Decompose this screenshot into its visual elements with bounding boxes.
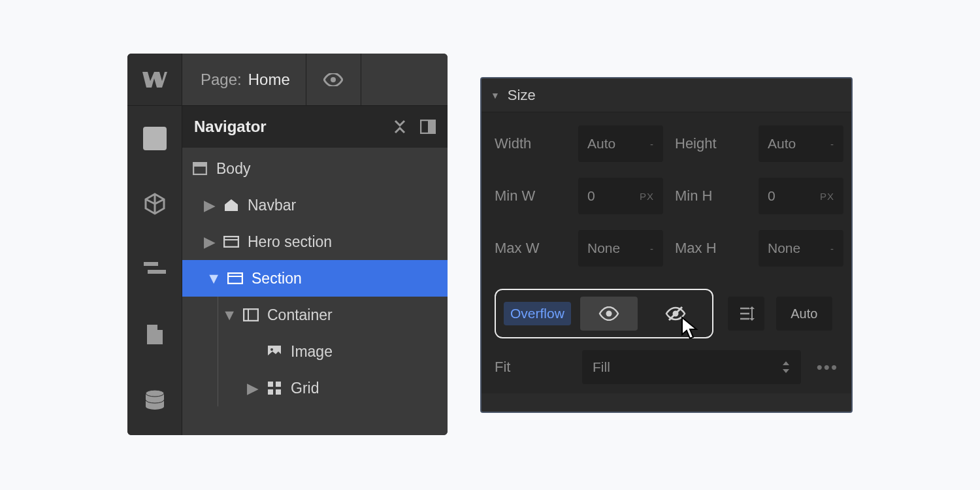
maxh-unit: -	[830, 243, 834, 254]
navigator-title: Navigator	[194, 118, 267, 136]
maxh-input[interactable]: None -	[759, 230, 843, 267]
svg-rect-23	[276, 389, 281, 395]
minh-unit: PX	[820, 191, 834, 202]
caret-right-icon: ▶	[204, 197, 215, 214]
minh-input[interactable]: 0 PX	[759, 178, 843, 214]
height-unit: -	[830, 139, 834, 150]
tree-label: Body	[216, 160, 250, 178]
fit-select[interactable]: Fill	[582, 350, 801, 384]
size-panel: ▼ Size Width Auto - Height Auto - Min W …	[480, 77, 853, 413]
preview-toggle[interactable]	[306, 54, 361, 105]
scroll-vertical-button[interactable]	[728, 297, 764, 331]
navigator-header: Navigator	[182, 106, 448, 148]
overflow-label: Overflow	[504, 302, 571, 325]
rail-add-button[interactable]	[127, 106, 182, 171]
more-options-button[interactable]: •••	[817, 357, 838, 378]
tree-label: Image	[291, 343, 333, 361]
height-input[interactable]: Auto -	[759, 125, 843, 162]
select-arrows-icon	[781, 361, 791, 374]
width-unit: -	[650, 139, 654, 150]
maxh-label: Max H	[675, 240, 747, 257]
section-icon	[223, 236, 240, 248]
panel-toggle-icon[interactable]	[420, 120, 436, 134]
svg-rect-12	[224, 237, 238, 247]
webflow-logo[interactable]	[127, 54, 182, 106]
rail-file-button[interactable]	[127, 302, 182, 367]
overflow-visible-button[interactable]	[580, 297, 638, 331]
caret-right-icon: ▶	[248, 380, 258, 397]
svg-rect-16	[244, 309, 258, 321]
maxw-input[interactable]: None -	[578, 230, 663, 267]
page-label: Page:	[201, 71, 242, 89]
tree-row-navbar[interactable]: ▶ Navbar	[182, 187, 448, 223]
page-name: Home	[248, 71, 290, 89]
maxw-label: Max W	[495, 240, 566, 257]
caret-down-icon: ▼	[208, 270, 219, 287]
tree-row-section[interactable]: ▼ Section	[182, 260, 448, 297]
minh-value: 0	[768, 188, 776, 204]
minw-label: Min W	[495, 188, 566, 204]
body-icon	[191, 162, 208, 175]
scroll-icon	[738, 304, 755, 323]
fit-row: Fit Fill •••	[495, 350, 838, 384]
file-icon	[146, 323, 164, 346]
svg-point-19	[270, 348, 273, 351]
size-header-label: Size	[508, 87, 536, 104]
tree-row-hero[interactable]: ▶ Hero section	[182, 223, 448, 260]
overflow-row: Overflow	[495, 289, 838, 338]
minw-value: 0	[587, 188, 595, 204]
size-panel-body: Width Auto - Height Auto - Min W 0 PX Mi…	[482, 112, 851, 393]
designer-left-panel: Page: Home Navigator	[127, 54, 448, 435]
size-grid: Width Auto - Height Auto - Min W 0 PX Mi…	[495, 125, 838, 267]
overflow-extra: Auto	[728, 297, 832, 331]
home-icon	[223, 199, 240, 212]
eye-icon	[323, 73, 343, 86]
height-value: Auto	[768, 136, 796, 152]
tree-row-body[interactable]: Body	[182, 150, 448, 187]
tree-label: Navbar	[248, 197, 296, 214]
svg-point-7	[331, 77, 336, 82]
tree-label: Grid	[291, 380, 319, 397]
fit-label: Fit	[495, 359, 566, 376]
icon-rail	[127, 54, 182, 435]
section-icon	[227, 272, 244, 284]
svg-point-24	[606, 311, 612, 317]
list-icon	[144, 261, 166, 278]
top-bar: Page: Home	[182, 54, 448, 106]
eye-off-icon	[665, 306, 686, 321]
width-label: Width	[495, 135, 566, 152]
svg-rect-4	[148, 270, 166, 274]
minw-input[interactable]: 0 PX	[578, 178, 663, 214]
rail-pages-button[interactable]	[127, 237, 182, 302]
tree-row-container[interactable]: ▼ Container	[182, 297, 448, 333]
page-selector[interactable]: Page: Home	[182, 54, 306, 105]
tree-row-grid[interactable]: ▶ Grid	[182, 370, 448, 406]
fit-value: Fill	[593, 359, 610, 375]
maxh-value: None	[768, 240, 800, 256]
width-value: Auto	[587, 136, 615, 152]
overflow-control-group: Overflow	[495, 289, 713, 338]
auto-label: Auto	[791, 306, 817, 321]
eye-icon	[598, 306, 619, 321]
caret-down-icon: ▼	[491, 90, 500, 101]
svg-rect-14	[228, 273, 242, 284]
svg-rect-2	[148, 137, 161, 140]
caret-right-icon: ▶	[204, 233, 215, 251]
tree-label: Hero section	[248, 233, 332, 251]
overflow-hidden-button[interactable]	[647, 297, 704, 331]
tree-row-image[interactable]: ▶ Image	[182, 333, 448, 370]
width-input[interactable]: Auto -	[578, 125, 663, 162]
element-tree: Body ▶ Navbar ▶ Hero section ▼	[182, 148, 448, 435]
cube-icon	[144, 193, 166, 215]
rail-components-button[interactable]	[127, 171, 182, 237]
size-panel-header[interactable]: ▼ Size	[482, 78, 851, 112]
tree-label: Section	[252, 270, 302, 287]
collapse-icon[interactable]	[393, 120, 407, 134]
container-icon	[242, 308, 259, 321]
overflow-auto-button[interactable]: Auto	[776, 297, 832, 331]
rail-cms-button[interactable]	[127, 367, 182, 433]
caret-down-icon: ▼	[224, 306, 235, 324]
grid-icon	[266, 382, 283, 395]
svg-rect-9	[428, 120, 435, 133]
maxw-unit: -	[650, 243, 654, 254]
